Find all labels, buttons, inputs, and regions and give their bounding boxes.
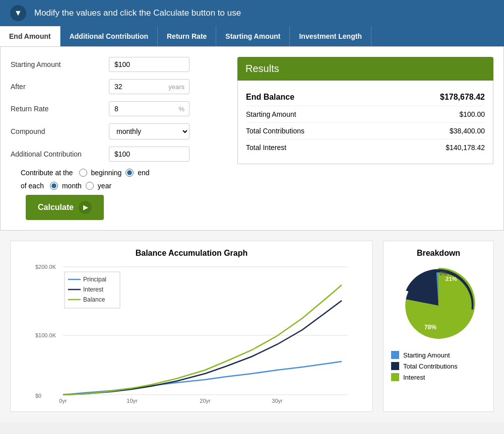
additional-contribution-label: Additional Contribution xyxy=(11,150,104,158)
return-rate-row: Return Rate % xyxy=(11,101,227,116)
dropdown-icon[interactable]: ▼ xyxy=(10,5,26,21)
return-rate-label: Return Rate xyxy=(11,105,104,113)
year-radio[interactable] xyxy=(86,182,94,190)
tabs-container: End Amount Additional Contribution Retur… xyxy=(0,26,504,46)
svg-text:30yr: 30yr xyxy=(272,398,283,404)
of-each-row: of each month year xyxy=(11,182,227,190)
breakdown-title: Breakdown xyxy=(391,249,486,258)
svg-text:Interest: Interest xyxy=(83,286,104,293)
results-body: End Balance $178,678.42 Starting Amount … xyxy=(237,81,493,164)
tab-starting-amount[interactable]: Starting Amount xyxy=(216,26,290,46)
header-text: Modify the values and click the Calculat… xyxy=(34,8,241,18)
chart-container: $200.0K $100.0K $0 0yr 10yr 20yr 30yr xyxy=(18,263,365,404)
main-content: Starting Amount After years Return Rate … xyxy=(0,46,504,231)
starting-amount-label: Starting Amount xyxy=(11,60,104,68)
result-starting-amount-label: Starting Amount xyxy=(246,110,296,118)
svg-text:Balance: Balance xyxy=(83,296,105,303)
svg-text:10yr: 10yr xyxy=(127,398,138,404)
contribute-at-label: Contribute at the xyxy=(21,169,73,177)
svg-text:0%: 0% xyxy=(439,271,447,276)
compound-label: Compound xyxy=(11,127,104,135)
svg-text:78%: 78% xyxy=(424,324,437,331)
additional-contribution-input[interactable] xyxy=(109,147,190,162)
legend-color-interest xyxy=(391,373,399,381)
result-starting-amount-row: Starting Amount $100.00 xyxy=(246,106,485,123)
svg-text:$100.0K: $100.0K xyxy=(35,332,56,338)
month-radio[interactable] xyxy=(50,182,58,190)
tab-end-amount[interactable]: End Amount xyxy=(0,26,60,46)
svg-text:Principal: Principal xyxy=(83,276,106,283)
results-header: Results xyxy=(237,57,493,81)
line-chart-svg: $200.0K $100.0K $0 0yr 10yr 20yr 30yr xyxy=(18,263,365,404)
total-contributions-value: $38,400.00 xyxy=(450,127,485,135)
legend-color-starting xyxy=(391,351,399,359)
pie-chart-final: 78% 21% 0% xyxy=(398,265,479,346)
beginning-radio[interactable] xyxy=(79,169,87,177)
tab-additional-contribution[interactable]: Additional Contribution xyxy=(60,26,158,46)
compound-select[interactable]: daily weekly monthly quarterly annually xyxy=(109,123,190,139)
return-rate-input-container: % xyxy=(109,101,190,116)
legend-contributions: Total Contributions xyxy=(391,362,486,370)
svg-text:21%: 21% xyxy=(446,276,457,282)
compound-row: Compound daily weekly monthly quarterly … xyxy=(11,123,227,139)
tab-return-rate[interactable]: Return Rate xyxy=(158,26,216,46)
legend-label-interest: Interest xyxy=(403,374,425,381)
after-row: After years xyxy=(11,79,227,94)
calculate-button[interactable]: Calculate ▶ xyxy=(26,195,104,220)
legend-label-contributions: Total Contributions xyxy=(403,363,458,370)
breakdown-legend: Starting Amount Total Contributions Inte… xyxy=(391,351,486,381)
legend-starting-amount: Starting Amount xyxy=(391,351,486,359)
end-label: end xyxy=(138,169,149,177)
return-rate-input[interactable] xyxy=(109,101,190,116)
total-interest-label: Total Interest xyxy=(246,143,286,152)
bottom-section: Balance Accumulation Graph $200.0K $100.… xyxy=(0,231,504,422)
after-input[interactable] xyxy=(109,79,190,94)
end-balance-row: End Balance $178,678.42 xyxy=(246,89,485,106)
chart-title: Balance Accumulation Graph xyxy=(18,249,365,258)
of-each-label: of each xyxy=(21,182,44,190)
contribute-at-row: Contribute at the beginning end xyxy=(11,169,227,177)
tab-investment-length[interactable]: Investment Length xyxy=(290,26,371,46)
legend-label-starting: Starting Amount xyxy=(403,351,450,359)
starting-amount-row: Starting Amount xyxy=(11,57,227,72)
end-balance-label: End Balance xyxy=(246,93,294,102)
chart-area: Balance Accumulation Graph $200.0K $100.… xyxy=(10,241,373,412)
after-label: After xyxy=(11,83,104,91)
pie-area: Breakdown xyxy=(383,241,494,412)
result-starting-amount-value: $100.00 xyxy=(459,110,485,118)
legend-interest: Interest xyxy=(391,373,486,381)
total-contributions-row: Total Contributions $38,400.00 xyxy=(246,123,485,139)
svg-text:$0: $0 xyxy=(35,393,41,399)
additional-contribution-row: Additional Contribution xyxy=(11,147,227,162)
legend-color-contributions xyxy=(391,362,399,370)
play-icon: ▶ xyxy=(79,201,92,214)
end-radio[interactable] xyxy=(125,169,134,177)
svg-text:20yr: 20yr xyxy=(200,398,211,404)
header-bar: ▼ Modify the values and click the Calcul… xyxy=(0,0,504,26)
pie-container-2: 78% 21% 0% xyxy=(391,265,486,346)
total-interest-row: Total Interest $140,178.42 xyxy=(246,139,485,156)
left-panel: Starting Amount After years Return Rate … xyxy=(11,57,227,220)
beginning-label: beginning xyxy=(91,169,122,177)
right-panel: Results End Balance $178,678.42 Starting… xyxy=(237,57,493,220)
starting-amount-input[interactable] xyxy=(109,57,190,72)
calculate-label: Calculate xyxy=(38,203,74,212)
svg-text:$200.0K: $200.0K xyxy=(35,264,56,270)
total-contributions-label: Total Contributions xyxy=(246,127,304,135)
year-label: year xyxy=(98,182,111,190)
total-interest-value: $140,178.42 xyxy=(446,143,485,152)
month-label: month xyxy=(62,182,82,190)
svg-text:0yr: 0yr xyxy=(59,398,67,404)
after-input-container: years xyxy=(109,79,190,94)
end-balance-value: $178,678.42 xyxy=(440,93,485,102)
